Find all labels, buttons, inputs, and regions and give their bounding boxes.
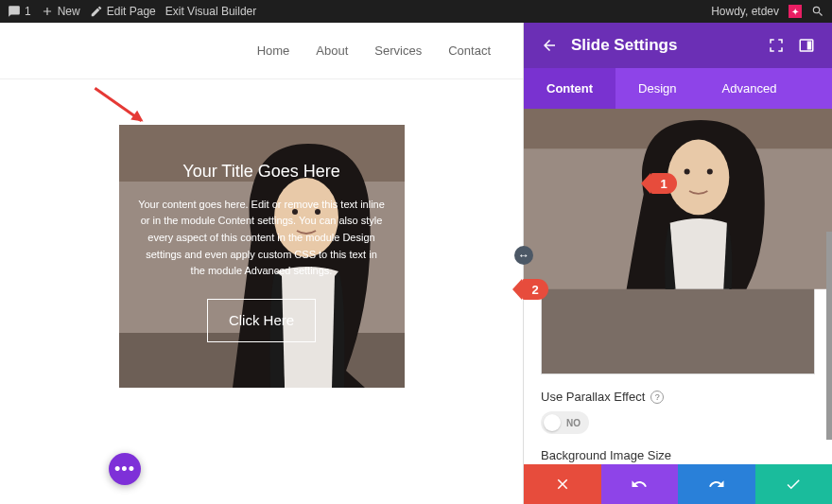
panel-title: Slide Settings [571,36,677,55]
background-image-preview[interactable] [541,225,815,374]
nav-services[interactable]: Services [374,43,422,58]
cancel-button[interactable] [524,464,601,504]
back-icon[interactable] [541,37,558,54]
slide-title[interactable]: Your Title Goes Here [138,158,386,185]
undo-button[interactable] [601,464,679,504]
admin-bar: 1 New Edit Page Exit Visual Builder Howd… [0,0,832,23]
settings-panel: Slide Settings Content Design Advanced B… [523,23,832,504]
tab-content[interactable]: Content [524,68,615,109]
scrollbar[interactable] [826,232,832,440]
panel-resize-handle[interactable]: ↔ [514,246,533,265]
module-options-fab[interactable]: ••• [109,453,141,485]
site-nav: Home About Services Contact [0,23,523,79]
panel-header: Slide Settings [524,23,832,68]
nav-about[interactable]: About [316,43,348,58]
howdy-user[interactable]: Howdy, etdev [711,5,779,18]
nav-contact[interactable]: Contact [448,43,491,58]
panel-tabs: Content Design Advanced [524,68,832,109]
tab-advanced[interactable]: Advanced [700,68,800,109]
help-icon[interactable]: ? [650,391,664,404]
redo-button[interactable] [678,464,755,504]
nav-home[interactable]: Home [257,43,290,58]
user-avatar[interactable]: ✦ [789,5,802,18]
page-preview: Home About Services Contact Your Title G… [0,23,523,504]
parallax-toggle[interactable]: NO [541,411,589,434]
edit-page-button[interactable]: Edit Page [90,5,156,18]
panel-body: Background⌃ Background Use Parallax Effe… [524,109,832,464]
search-icon[interactable] [811,5,824,18]
expand-icon[interactable] [768,37,785,54]
new-button[interactable]: New [41,5,80,18]
annotation-marker-2: 2 [522,279,548,300]
tab-design[interactable]: Design [615,68,699,109]
slide-button[interactable]: Click Here [207,299,316,342]
slide-body[interactable]: Your content goes here. Edit or remove t… [138,197,386,280]
slide-module[interactable]: Your Title Goes Here Your content goes h… [119,125,405,388]
comments-count[interactable]: 1 [8,5,31,18]
svg-rect-8 [807,42,812,50]
parallax-label: Use Parallax Effect [541,390,645,404]
dock-icon[interactable] [798,37,815,54]
annotation-arrow [95,87,143,122]
exit-builder-button[interactable]: Exit Visual Builder [165,5,257,18]
annotation-marker-1: 1 [650,173,677,194]
save-button[interactable] [755,464,833,504]
bg-size-label: Background Image Size [541,448,815,462]
panel-actions [524,464,832,504]
